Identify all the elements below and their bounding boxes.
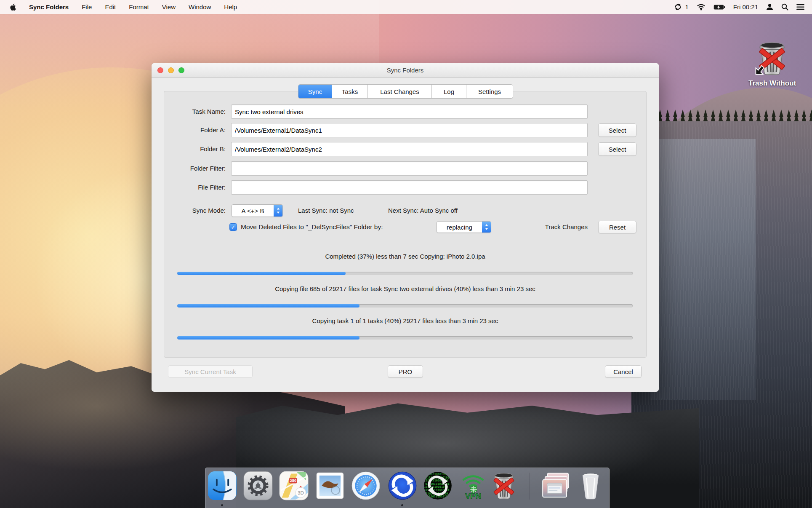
sync-mode-value: A <+> B <box>232 207 274 214</box>
tab-last-changes[interactable]: Last Changes <box>368 85 432 98</box>
battery-charging-icon[interactable] <box>713 4 725 10</box>
task-name-label: Task Name: <box>164 104 226 119</box>
wallpaper-cliff-face <box>650 139 756 400</box>
menu-app-name[interactable]: Sync Folders <box>29 3 69 11</box>
move-deleted-mode-dropdown[interactable]: replacing <box>437 221 491 233</box>
cancel-button[interactable]: Cancel <box>605 365 642 378</box>
desktop-icon-label: Trash Without <box>748 79 792 88</box>
apple-menu-icon[interactable] <box>10 3 16 11</box>
progress-bar-task-files <box>177 304 633 307</box>
track-changes-label: Track Changes <box>530 221 588 233</box>
last-sync-status: Last Sync: not Sync <box>298 204 354 217</box>
next-sync-status: Next Sync: Auto Sync off <box>388 204 458 217</box>
pro-button[interactable]: PRO <box>388 365 423 378</box>
menu-bar: Sync Folders File Edit Format View Windo… <box>0 0 812 14</box>
folder-a-select-button[interactable]: Select <box>598 123 636 137</box>
move-deleted-checkbox[interactable] <box>229 223 237 231</box>
folder-b-label: Folder B: <box>164 142 226 156</box>
folder-filter-label: Folder Filter: <box>164 161 226 176</box>
task-name-input[interactable] <box>231 104 588 119</box>
progress-task-files-status: Copying file 685 of 29217 files for task… <box>152 285 659 292</box>
sync-folders-running-indicator <box>401 504 403 506</box>
menu-item-file[interactable]: File <box>82 3 92 11</box>
move-deleted-mode-value: replacing <box>437 224 482 231</box>
progress-file-status: Completed (37%) less than 7 sec Copying:… <box>152 253 659 260</box>
tab-tasks[interactable]: Tasks <box>332 85 368 98</box>
stepper-arrows-icon <box>274 205 282 217</box>
progress-all-tasks-status: Copying task 1 of 1 tasks (40%) 29217 fi… <box>152 317 659 324</box>
folder-b-input[interactable] <box>231 142 588 156</box>
maps-dock-icon[interactable]: 280 3D <box>279 471 309 500</box>
window-stack-dock-icon[interactable] <box>542 471 571 500</box>
vpn-dock-icon[interactable]: VPN <box>458 471 488 500</box>
desktop-icon-trash-without[interactable]: Trash Without <box>752 39 792 88</box>
finder-running-indicator <box>221 504 223 506</box>
menu-item-help[interactable]: Help <box>224 3 237 11</box>
folder-a-label: Folder A: <box>164 123 226 137</box>
finder-dock-icon[interactable] <box>208 471 237 500</box>
wifi-icon[interactable] <box>697 3 706 11</box>
window-titlebar[interactable]: Sync Folders <box>152 63 659 78</box>
file-filter-label: File Filter: <box>164 180 226 195</box>
menu-item-window[interactable]: Window <box>189 3 211 11</box>
safari-dock-icon[interactable] <box>351 471 381 500</box>
menu-item-edit[interactable]: Edit <box>105 3 116 11</box>
move-deleted-label: Move Deleted Files to "_DelSyncFiles" Fo… <box>241 221 383 233</box>
trash-delete-icon <box>753 39 791 78</box>
tab-sync[interactable]: Sync <box>298 85 332 98</box>
spotlight-search-icon[interactable] <box>781 3 788 11</box>
sync-count-badge: 1 <box>685 3 688 11</box>
folder-a-input[interactable] <box>231 123 588 137</box>
svg-text:3D: 3D <box>298 490 304 495</box>
sync-current-task-button[interactable]: Sync Current Task <box>168 365 253 378</box>
progress-bar-file <box>177 272 633 275</box>
reset-button[interactable]: Reset <box>598 221 636 233</box>
dock-separator <box>530 473 530 500</box>
mail-dock-icon[interactable] <box>315 471 345 500</box>
progress-bar-all-tasks <box>177 336 633 340</box>
folder-b-select-button[interactable]: Select <box>598 142 636 156</box>
window-title: Sync Folders <box>152 63 659 78</box>
sync-folders-window: Sync Folders Sync Tasks Last Changes Log… <box>152 63 659 392</box>
minimize-button[interactable] <box>168 67 174 73</box>
notification-center-icon[interactable] <box>796 4 804 10</box>
menu-item-view[interactable]: View <box>162 3 176 11</box>
sync-mode-dropdown[interactable]: A <+> B <box>232 204 283 217</box>
svg-text:280: 280 <box>290 479 297 483</box>
sync-arrows-icon[interactable] <box>674 3 682 11</box>
close-button[interactable] <box>157 67 163 73</box>
system-preferences-dock-icon[interactable] <box>243 471 273 500</box>
trash-dock-icon[interactable] <box>576 471 605 500</box>
menu-item-format[interactable]: Format <box>129 3 149 11</box>
tab-log[interactable]: Log <box>432 85 466 98</box>
trash-delete-dock-icon[interactable] <box>489 471 519 500</box>
folder-filter-input[interactable] <box>231 161 588 176</box>
zoom-button[interactable] <box>178 67 184 73</box>
tab-settings[interactable]: Settings <box>466 85 513 98</box>
sync-folders-dock-icon[interactable] <box>388 471 417 500</box>
menu-clock[interactable]: Fri 00:21 <box>733 3 758 11</box>
user-icon[interactable] <box>766 3 773 11</box>
sync-mode-label: Sync Mode: <box>164 204 226 217</box>
svg-text:VPN: VPN <box>465 492 481 500</box>
tab-bar: Sync Tasks Last Changes Log Settings <box>298 84 513 99</box>
stepper-arrows-icon <box>482 222 491 233</box>
svg-text:01010101010101: 01010101010101 <box>425 495 449 498</box>
code-sync-dock-icon[interactable]: 1010101010101001010101010101 10101010101… <box>423 471 453 500</box>
file-filter-input[interactable] <box>231 180 588 195</box>
